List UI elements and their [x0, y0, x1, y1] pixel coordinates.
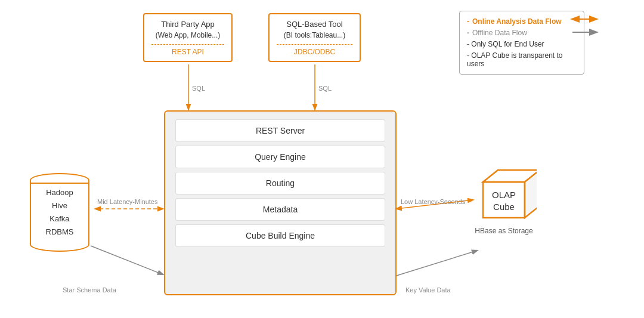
svg-text:Key Value Data: Key Value Data	[405, 286, 451, 294]
olap-container: OLAP Cube HBase as Storage	[471, 161, 537, 235]
hbase-label: HBase as Storage	[471, 227, 537, 235]
legend-box: - Online Analysis Data Flow - Offline Da…	[459, 11, 584, 75]
sql-tool-box: SQL-Based Tool(BI tools:Tableau...) JDBC…	[268, 13, 361, 62]
metadata-box: Metadata	[176, 199, 385, 220]
legend-sql: - Only SQL for End User	[467, 40, 577, 48]
rest-server-box: REST Server	[176, 120, 385, 141]
legend-olap: - OLAP Cube is transparent to users	[467, 51, 577, 68]
rest-api-label: REST API	[151, 44, 224, 56]
olap-cube-svg: OLAP Cube	[471, 161, 537, 224]
svg-line-13	[91, 246, 163, 274]
svg-marker-0	[483, 182, 525, 218]
hadoop-text: HadoopHiveKafkaRDBMS	[46, 186, 74, 239]
third-party-title: Third Party App(Web App, Mobile...)	[151, 19, 224, 41]
main-engine-box: REST Server Query Engine Routing Metadat…	[164, 110, 397, 295]
diagram: - Online Analysis Data Flow - Offline Da…	[0, 0, 644, 318]
query-engine-box: Query Engine	[176, 146, 385, 168]
third-party-box: Third Party App(Web App, Mobile...) REST…	[143, 13, 233, 62]
svg-text:SQL: SQL	[318, 85, 332, 92]
routing-box: Routing	[176, 172, 385, 194]
svg-text:OLAP: OLAP	[492, 190, 516, 200]
jdbc-label: JDBC/ODBC	[277, 44, 352, 56]
svg-line-15	[397, 251, 477, 276]
hadoop-container: HadoopHiveKafkaRDBMS	[30, 173, 89, 252]
svg-text:Mid Latency-Minutes: Mid Latency-Minutes	[97, 198, 158, 205]
svg-text:Low Latency-Seconds: Low Latency-Seconds	[401, 198, 466, 205]
sql-tool-title: SQL-Based Tool(BI tools:Tableau...)	[277, 19, 352, 41]
cube-build-box: Cube Build Engine	[176, 225, 385, 246]
svg-text:Cube: Cube	[493, 202, 515, 212]
hadoop-cylinder: HadoopHiveKafkaRDBMS	[30, 173, 89, 252]
svg-line-11	[397, 200, 473, 209]
legend-offline: - Offline Data Flow	[467, 29, 577, 37]
svg-text:SQL: SQL	[192, 85, 205, 92]
svg-text:Star Schema Data: Star Schema Data	[63, 286, 117, 294]
legend-online: - Online Analysis Data Flow	[467, 17, 577, 26]
